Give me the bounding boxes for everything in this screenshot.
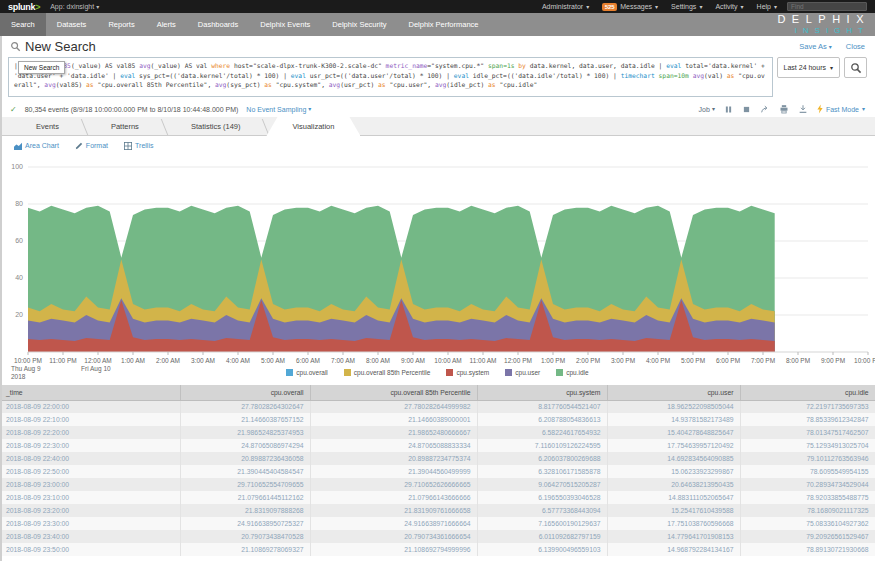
value-cell[interactable]: 9.064270515205287: [477, 478, 607, 491]
tab-statistics-149[interactable]: Statistics (149): [165, 117, 267, 135]
value-cell[interactable]: 6.58224617654932: [477, 426, 607, 439]
value-cell[interactable]: 21.98652480666667: [310, 426, 477, 439]
legend-item-cpu-user[interactable]: cpu.user: [505, 369, 540, 376]
nav-item-delphix-security[interactable]: Delphix Security: [321, 13, 397, 36]
legend-item-cpu-idle[interactable]: cpu.idle: [556, 369, 588, 376]
value-cell[interactable]: 78.6095549954155: [740, 465, 875, 478]
nav-item-alerts[interactable]: Alerts: [146, 13, 187, 36]
value-cell[interactable]: 7.1160109126224595: [477, 439, 607, 452]
save-as-button[interactable]: Save As▾: [799, 42, 832, 51]
share-button[interactable]: [760, 104, 770, 114]
tab-events[interactable]: Events: [10, 117, 85, 135]
time-cell[interactable]: 2018-08-09 22:40:00: [0, 452, 180, 465]
stop-button[interactable]: [742, 105, 751, 114]
value-cell[interactable]: 14.883111052065647: [607, 491, 740, 504]
value-cell[interactable]: 21.07966143666666: [310, 491, 477, 504]
value-cell[interactable]: 17.751038760596668: [607, 517, 740, 530]
value-cell[interactable]: 20.64638213950435: [607, 478, 740, 491]
value-cell[interactable]: 75.12934913025704: [740, 439, 875, 452]
value-cell[interactable]: 21.10869278069327: [180, 543, 310, 556]
value-cell[interactable]: 21.39044560499999: [310, 465, 477, 478]
value-cell[interactable]: 79.10112763563946: [740, 452, 875, 465]
value-cell[interactable]: 18.962522098505044: [607, 400, 740, 413]
topbar-menu-administrator[interactable]: Administrator▾: [542, 3, 589, 10]
column-header-cpu-overall-85th-percentile[interactable]: cpu.overall 85th Percentile: [310, 385, 477, 400]
chart-type-button[interactable]: Area Chart: [14, 142, 59, 150]
time-cell[interactable]: 2018-08-09 23:00:00: [0, 478, 180, 491]
value-cell[interactable]: 21.108692794999996: [310, 543, 477, 556]
topbar-menu-activity[interactable]: Activity▾: [715, 3, 743, 10]
value-cell[interactable]: 20.790734361666654: [310, 530, 477, 543]
value-cell[interactable]: 78.92033855488775: [740, 491, 875, 504]
nav-item-delphix-performance[interactable]: Delphix Performance: [398, 13, 490, 36]
value-cell[interactable]: 14.692834564090885: [607, 452, 740, 465]
pause-button[interactable]: [724, 105, 733, 114]
time-cell[interactable]: 2018-08-09 23:20:00: [0, 504, 180, 517]
nav-item-reports[interactable]: Reports: [97, 13, 145, 36]
value-cell[interactable]: 70.28934734529044: [740, 478, 875, 491]
search-query-input[interactable]: | mstats perc85(_value) AS val85 avg(_va…: [8, 57, 773, 97]
value-cell[interactable]: 78.89130721930668: [740, 543, 875, 556]
value-cell[interactable]: 78.16809021117325: [740, 504, 875, 517]
value-cell[interactable]: 29.710652554709655: [180, 478, 310, 491]
nav-item-dashboards[interactable]: Dashboards: [187, 13, 249, 36]
search-mode-selector[interactable]: Fast Mode▾: [817, 104, 865, 114]
value-cell[interactable]: 21.8319097888268: [180, 504, 310, 517]
value-cell[interactable]: 6.328106171585878: [477, 465, 607, 478]
value-cell[interactable]: 21.14660387657152: [180, 413, 310, 426]
close-button[interactable]: Close: [846, 42, 865, 51]
run-search-button[interactable]: [844, 57, 867, 78]
value-cell[interactable]: 14.93781582173489: [607, 413, 740, 426]
time-cell[interactable]: 2018-08-09 23:40:00: [0, 530, 180, 543]
value-cell[interactable]: 15.06233923299867: [607, 465, 740, 478]
job-menu[interactable]: Job▾: [699, 106, 715, 113]
value-cell[interactable]: 6.139900496559103: [477, 543, 607, 556]
value-cell[interactable]: 20.79073438470528: [180, 530, 310, 543]
time-cell[interactable]: 2018-08-09 22:50:00: [0, 465, 180, 478]
topbar-menu-settings[interactable]: Settings▾: [671, 3, 702, 10]
value-cell[interactable]: 6.206037800269688: [477, 452, 607, 465]
value-cell[interactable]: 27.78028264302647: [180, 400, 310, 413]
topbar-menu-help[interactable]: Help▾: [757, 3, 777, 10]
time-cell[interactable]: 2018-08-09 22:30:00: [0, 439, 180, 452]
find-input[interactable]: [787, 2, 867, 11]
value-cell[interactable]: 21.390445404584547: [180, 465, 310, 478]
time-cell[interactable]: 2018-08-09 22:20:00: [0, 426, 180, 439]
value-cell[interactable]: 78.85339612342847: [740, 413, 875, 426]
value-cell[interactable]: 27.780282644999982: [310, 400, 477, 413]
value-cell[interactable]: 78.01347517462507: [740, 426, 875, 439]
value-cell[interactable]: 7.165600190129637: [477, 517, 607, 530]
value-cell[interactable]: 21.986524825374953: [180, 426, 310, 439]
time-cell[interactable]: 2018-08-09 23:10:00: [0, 491, 180, 504]
column-header-cpu-user[interactable]: cpu.user: [607, 385, 740, 400]
column-header-cpu-system[interactable]: cpu.system: [477, 385, 607, 400]
legend-item-cpu-system[interactable]: cpu.system: [446, 369, 489, 376]
value-cell[interactable]: 21.831909761666658: [310, 504, 477, 517]
value-cell[interactable]: 21.14660389000001: [310, 413, 477, 426]
tab-visualization[interactable]: Visualization: [266, 117, 360, 136]
column-header-time[interactable]: _time: [0, 385, 180, 400]
export-button[interactable]: [798, 104, 808, 114]
trellis-button[interactable]: Trellis: [124, 142, 153, 150]
value-cell[interactable]: 72.21971735697353: [740, 400, 875, 413]
time-cell[interactable]: 2018-08-09 22:00:00: [0, 400, 180, 413]
splunk-logo[interactable]: splunk>: [8, 2, 40, 12]
value-cell[interactable]: 15.25417610439588: [607, 504, 740, 517]
value-cell[interactable]: 24.87065088833334: [310, 439, 477, 452]
format-button[interactable]: Format: [75, 142, 108, 150]
value-cell[interactable]: 29.710652626666665: [310, 478, 477, 491]
value-cell[interactable]: 6.196550393046528: [477, 491, 607, 504]
value-cell[interactable]: 14.779641701908153: [607, 530, 740, 543]
area-chart[interactable]: 2040608010010:00 PM11:00 PM12:00 AM1:00 …: [0, 155, 875, 385]
value-cell[interactable]: 20.89887236436058: [180, 452, 310, 465]
value-cell[interactable]: 6.011092682797159: [477, 530, 607, 543]
time-range-picker[interactable]: Last 24 hours▾: [777, 57, 840, 78]
tab-patterns[interactable]: Patterns: [85, 117, 165, 135]
event-sampling-menu[interactable]: No Event Sampling▾: [246, 106, 311, 113]
value-cell[interactable]: 20.89887234775374: [310, 452, 477, 465]
value-cell[interactable]: 14.968792284134167: [607, 543, 740, 556]
value-cell[interactable]: 17.754639957120492: [607, 439, 740, 452]
value-cell[interactable]: 24.87065086974294: [180, 439, 310, 452]
nav-item-delphix-events[interactable]: Delphix Events: [249, 13, 321, 36]
value-cell[interactable]: 6.208788054836613: [477, 413, 607, 426]
